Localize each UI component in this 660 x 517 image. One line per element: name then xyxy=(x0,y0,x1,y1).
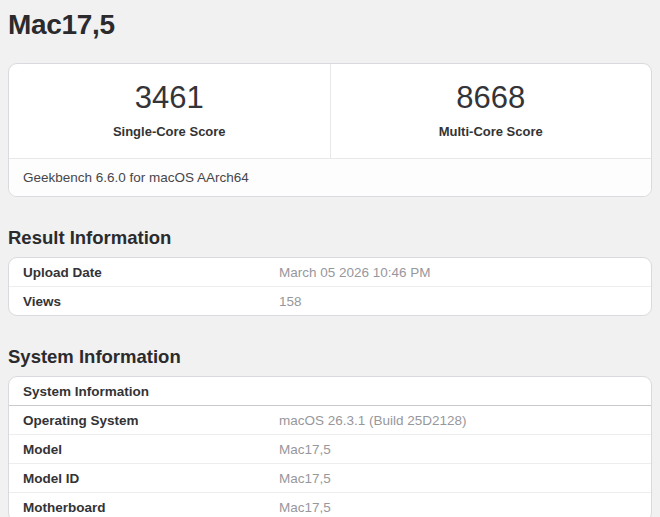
table-row-upload-date: Upload Date March 05 2026 10:46 PM xyxy=(9,258,651,286)
row-label: Model ID xyxy=(23,471,279,486)
benchmark-version-footer: Geekbench 6.6.0 for macOS AArch64 xyxy=(9,158,651,196)
table-row-model-id: Model ID Mac17,5 xyxy=(9,463,651,492)
table-row-motherboard: Motherboard Mac17,5 xyxy=(9,492,651,517)
row-value: March 05 2026 10:46 PM xyxy=(279,265,431,280)
single-core-score-value: 3461 xyxy=(9,80,330,116)
table-row-model: Model Mac17,5 xyxy=(9,434,651,463)
page-title: Mac17,5 xyxy=(8,10,652,41)
result-information-heading: Result Information xyxy=(8,227,652,248)
row-value: 158 xyxy=(279,294,302,309)
single-core-score-label: Single-Core Score xyxy=(9,124,330,139)
system-information-table: System Information Operating System macO… xyxy=(8,376,652,517)
row-label: Upload Date xyxy=(23,265,279,280)
row-label: Views xyxy=(23,294,279,309)
table-row-operating-system: Operating System macOS 26.3.1 (Build 25D… xyxy=(9,406,651,434)
table-row-views: Views 158 xyxy=(9,286,651,315)
multi-core-score-label: Multi-Core Score xyxy=(331,124,652,139)
multi-core-score-value: 8668 xyxy=(331,80,652,116)
single-core-score-cell: 3461 Single-Core Score xyxy=(9,64,330,158)
row-value: Mac17,5 xyxy=(279,442,331,457)
row-label: Operating System xyxy=(23,413,279,428)
system-information-heading: System Information xyxy=(8,346,652,367)
row-value: Mac17,5 xyxy=(279,471,331,486)
table-header-system-information: System Information xyxy=(9,377,651,406)
row-label: Motherboard xyxy=(23,500,279,515)
row-label: Model xyxy=(23,442,279,457)
result-information-table: Upload Date March 05 2026 10:46 PM Views… xyxy=(8,257,652,316)
score-row: 3461 Single-Core Score 8668 Multi-Core S… xyxy=(9,64,651,158)
row-value: Mac17,5 xyxy=(279,500,331,515)
score-summary-card: 3461 Single-Core Score 8668 Multi-Core S… xyxy=(8,63,652,197)
multi-core-score-cell: 8668 Multi-Core Score xyxy=(330,64,652,158)
geekbench-result-page: Mac17,5 3461 Single-Core Score 8668 Mult… xyxy=(0,0,660,517)
row-value: macOS 26.3.1 (Build 25D2128) xyxy=(279,413,467,428)
